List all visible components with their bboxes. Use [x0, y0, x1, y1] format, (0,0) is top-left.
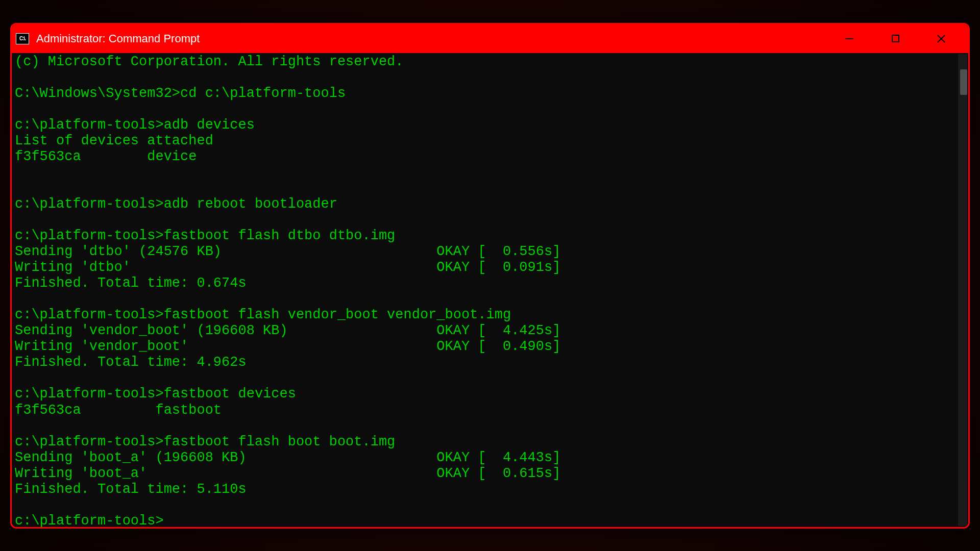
minimize-icon	[845, 38, 853, 39]
command-prompt-window: C:\. Administrator: Command Prompt (c) M…	[10, 23, 970, 529]
maximize-button[interactable]	[872, 24, 918, 53]
window-controls	[826, 24, 964, 53]
minimize-button[interactable]	[826, 24, 872, 53]
close-button[interactable]	[918, 24, 964, 53]
app-icon: C:\.	[16, 33, 29, 44]
terminal-body[interactable]: (c) Microsoft Corporation. All rights re…	[12, 53, 968, 527]
close-icon	[937, 34, 946, 43]
scrollbar-track[interactable]	[958, 54, 967, 526]
titlebar[interactable]: C:\. Administrator: Command Prompt	[12, 24, 968, 53]
maximize-icon	[892, 35, 899, 42]
terminal-output: (c) Microsoft Corporation. All rights re…	[15, 54, 965, 527]
scrollbar-thumb[interactable]	[960, 69, 967, 95]
window-title: Administrator: Command Prompt	[36, 32, 826, 45]
